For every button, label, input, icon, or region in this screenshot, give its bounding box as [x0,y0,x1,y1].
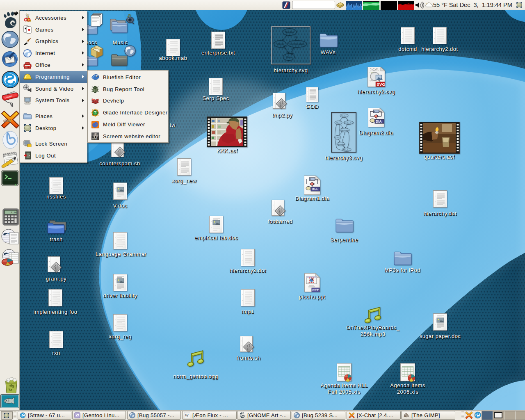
svg-text:W: W [185,413,189,418]
svg-text:chat: chat [466,415,470,417]
svg-text:Metaclass: Metaclass [343,149,350,151]
svg-text:Number.class: Number.class [290,43,304,45]
svg-text:Number.class: Number.class [344,122,353,124]
svg-text:Object.class: Object.class [340,130,349,131]
svg-text:Class.class: Class.class [337,144,345,145]
svg-text:Number: Number [285,31,294,33]
svg-text:Class: Class [285,56,292,58]
svg-text:Object: Object [336,122,340,124]
svg-text:Number: Number [342,115,347,117]
svg-text:3.14: 3.14 [11,211,17,214]
svg-text:Class: Class [336,137,340,139]
svg-text:Object: Object [276,43,284,45]
svg-text:chat: chat [3,119,11,123]
